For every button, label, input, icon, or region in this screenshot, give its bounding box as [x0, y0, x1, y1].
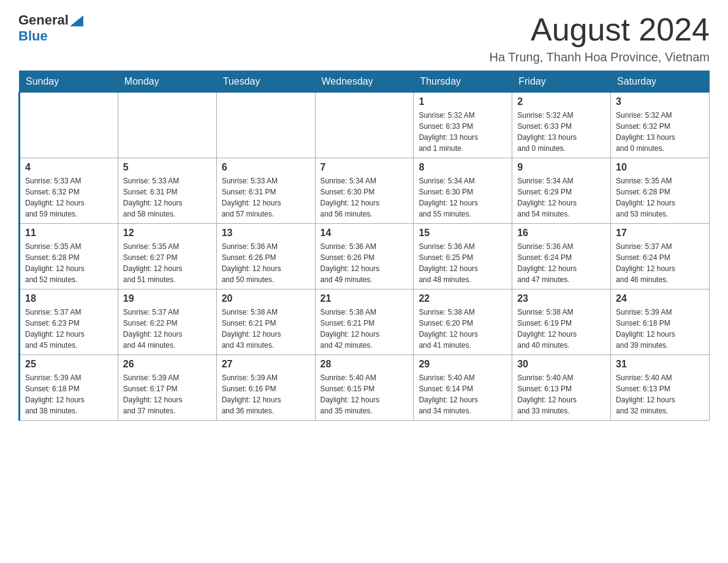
table-row: 25Sunrise: 5:39 AMSunset: 6:18 PMDayligh… [20, 355, 118, 421]
table-row: 9Sunrise: 5:34 AMSunset: 6:29 PMDaylight… [512, 158, 611, 224]
day-number: 4 [25, 162, 113, 173]
day-number: 14 [320, 228, 409, 239]
table-row: 28Sunrise: 5:40 AMSunset: 6:15 PMDayligh… [315, 355, 414, 421]
table-row: 22Sunrise: 5:38 AMSunset: 6:20 PMDayligh… [414, 289, 512, 355]
table-row: 8Sunrise: 5:34 AMSunset: 6:30 PMDaylight… [414, 158, 512, 224]
table-row: 29Sunrise: 5:40 AMSunset: 6:14 PMDayligh… [414, 355, 512, 421]
day-info: Sunrise: 5:34 AMSunset: 6:30 PMDaylight:… [419, 175, 507, 220]
day-number: 15 [419, 228, 507, 239]
day-info: Sunrise: 5:38 AMSunset: 6:21 PMDaylight:… [320, 307, 409, 351]
day-info: Sunrise: 5:33 AMSunset: 6:32 PMDaylight:… [25, 175, 113, 220]
table-row: 5Sunrise: 5:33 AMSunset: 6:31 PMDaylight… [118, 158, 216, 224]
header-friday: Friday [512, 71, 611, 93]
header-saturday: Saturday [611, 71, 710, 93]
table-row: 20Sunrise: 5:38 AMSunset: 6:21 PMDayligh… [216, 289, 315, 355]
day-number: 30 [517, 359, 605, 370]
table-row: 4Sunrise: 5:33 AMSunset: 6:32 PMDaylight… [20, 158, 118, 224]
calendar-week-2: 4Sunrise: 5:33 AMSunset: 6:32 PMDaylight… [20, 158, 710, 224]
day-info: Sunrise: 5:34 AMSunset: 6:30 PMDaylight:… [320, 175, 409, 220]
table-row: 24Sunrise: 5:39 AMSunset: 6:18 PMDayligh… [611, 289, 710, 355]
header-wednesday: Wednesday [315, 71, 414, 93]
day-info: Sunrise: 5:33 AMSunset: 6:31 PMDaylight:… [222, 175, 310, 220]
table-row: 21Sunrise: 5:38 AMSunset: 6:21 PMDayligh… [315, 289, 414, 355]
day-info: Sunrise: 5:32 AMSunset: 6:33 PMDaylight:… [517, 110, 605, 154]
title-section: August 2024 Ha Trung, Thanh Hoa Province… [490, 12, 710, 64]
day-info: Sunrise: 5:40 AMSunset: 6:14 PMDaylight:… [419, 372, 507, 416]
day-number: 20 [222, 293, 310, 304]
day-info: Sunrise: 5:35 AMSunset: 6:27 PMDaylight:… [123, 241, 211, 285]
day-number: 31 [616, 359, 704, 370]
table-row [216, 93, 315, 158]
table-row: 7Sunrise: 5:34 AMSunset: 6:30 PMDaylight… [315, 158, 414, 224]
month-title: August 2024 [490, 12, 710, 47]
header-monday: Monday [118, 71, 216, 93]
table-row [315, 93, 414, 158]
calendar-week-4: 18Sunrise: 5:37 AMSunset: 6:23 PMDayligh… [20, 289, 710, 355]
day-info: Sunrise: 5:39 AMSunset: 6:18 PMDaylight:… [25, 372, 113, 416]
day-info: Sunrise: 5:37 AMSunset: 6:24 PMDaylight:… [616, 241, 704, 285]
day-info: Sunrise: 5:35 AMSunset: 6:28 PMDaylight:… [25, 241, 113, 285]
table-row: 6Sunrise: 5:33 AMSunset: 6:31 PMDaylight… [216, 158, 315, 224]
day-number: 16 [517, 228, 605, 239]
day-info: Sunrise: 5:39 AMSunset: 6:16 PMDaylight:… [222, 372, 310, 416]
table-row: 18Sunrise: 5:37 AMSunset: 6:23 PMDayligh… [20, 289, 118, 355]
day-number: 19 [123, 293, 211, 304]
calendar-header-row: Sunday Monday Tuesday Wednesday Thursday… [20, 71, 710, 93]
day-number: 6 [222, 162, 310, 173]
table-row: 23Sunrise: 5:38 AMSunset: 6:19 PMDayligh… [512, 289, 611, 355]
day-info: Sunrise: 5:36 AMSunset: 6:24 PMDaylight:… [517, 241, 605, 285]
day-number: 28 [320, 359, 409, 370]
table-row: 3Sunrise: 5:32 AMSunset: 6:32 PMDaylight… [611, 93, 710, 158]
header-tuesday: Tuesday [216, 71, 315, 93]
day-info: Sunrise: 5:33 AMSunset: 6:31 PMDaylight:… [123, 175, 211, 220]
logo: General Blue [18, 12, 83, 44]
day-info: Sunrise: 5:39 AMSunset: 6:18 PMDaylight:… [616, 307, 704, 351]
calendar-week-3: 11Sunrise: 5:35 AMSunset: 6:28 PMDayligh… [20, 224, 710, 289]
table-row: 1Sunrise: 5:32 AMSunset: 6:33 PMDaylight… [414, 93, 512, 158]
day-info: Sunrise: 5:35 AMSunset: 6:28 PMDaylight:… [616, 175, 704, 220]
table-row [20, 93, 118, 158]
day-info: Sunrise: 5:38 AMSunset: 6:19 PMDaylight:… [517, 307, 605, 351]
table-row: 2Sunrise: 5:32 AMSunset: 6:33 PMDaylight… [512, 93, 611, 158]
svg-marker-0 [70, 15, 83, 26]
day-number: 5 [123, 162, 211, 173]
day-info: Sunrise: 5:39 AMSunset: 6:17 PMDaylight:… [123, 372, 211, 416]
day-info: Sunrise: 5:37 AMSunset: 6:22 PMDaylight:… [123, 307, 211, 351]
table-row: 31Sunrise: 5:40 AMSunset: 6:13 PMDayligh… [611, 355, 710, 421]
day-number: 13 [222, 228, 310, 239]
logo-triangle-icon [70, 15, 83, 26]
day-info: Sunrise: 5:36 AMSunset: 6:26 PMDaylight:… [320, 241, 409, 285]
day-info: Sunrise: 5:38 AMSunset: 6:21 PMDaylight:… [222, 307, 310, 351]
logo-general-text: General [18, 12, 69, 28]
calendar-week-5: 25Sunrise: 5:39 AMSunset: 6:18 PMDayligh… [20, 355, 710, 421]
table-row: 30Sunrise: 5:40 AMSunset: 6:13 PMDayligh… [512, 355, 611, 421]
day-number: 29 [419, 359, 507, 370]
table-row: 13Sunrise: 5:36 AMSunset: 6:26 PMDayligh… [216, 224, 315, 289]
day-number: 9 [517, 162, 605, 173]
header-thursday: Thursday [414, 71, 512, 93]
day-info: Sunrise: 5:37 AMSunset: 6:23 PMDaylight:… [25, 307, 113, 351]
table-row: 14Sunrise: 5:36 AMSunset: 6:26 PMDayligh… [315, 224, 414, 289]
table-row: 27Sunrise: 5:39 AMSunset: 6:16 PMDayligh… [216, 355, 315, 421]
table-row: 11Sunrise: 5:35 AMSunset: 6:28 PMDayligh… [20, 224, 118, 289]
day-number: 23 [517, 293, 605, 304]
day-number: 18 [25, 293, 113, 304]
day-info: Sunrise: 5:32 AMSunset: 6:33 PMDaylight:… [419, 110, 507, 154]
day-info: Sunrise: 5:40 AMSunset: 6:13 PMDaylight:… [616, 372, 704, 416]
table-row: 17Sunrise: 5:37 AMSunset: 6:24 PMDayligh… [611, 224, 710, 289]
header-sunday: Sunday [20, 71, 118, 93]
day-number: 8 [419, 162, 507, 173]
day-info: Sunrise: 5:38 AMSunset: 6:20 PMDaylight:… [419, 307, 507, 351]
calendar-table: Sunday Monday Tuesday Wednesday Thursday… [18, 71, 710, 421]
day-info: Sunrise: 5:34 AMSunset: 6:29 PMDaylight:… [517, 175, 605, 220]
day-number: 26 [123, 359, 211, 370]
day-number: 2 [517, 96, 605, 107]
day-number: 24 [616, 293, 704, 304]
day-number: 3 [616, 96, 704, 107]
page-header: General Blue August 2024 Ha Trung, Thanh… [18, 12, 710, 64]
logo-blue-text: Blue [18, 28, 48, 44]
day-number: 12 [123, 228, 211, 239]
day-number: 25 [25, 359, 113, 370]
day-number: 10 [616, 162, 704, 173]
calendar-week-1: 1Sunrise: 5:32 AMSunset: 6:33 PMDaylight… [20, 93, 710, 158]
